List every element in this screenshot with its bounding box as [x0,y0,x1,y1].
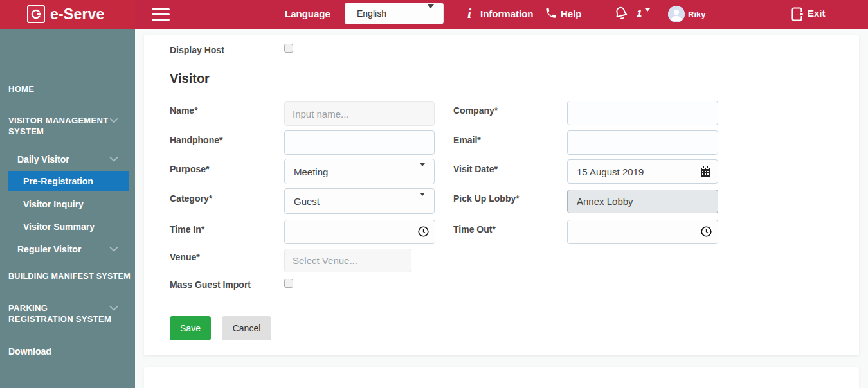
visit-date-label: Visit Date* [453,164,498,174]
chevron-down-icon [420,196,425,207]
user-avatar[interactable] [668,6,685,22]
sidebar-item-visitor-management-system[interactable]: VISITOR MANAGEMENT SYSTEM [8,115,113,137]
category-select[interactable]: Guest [284,188,435,214]
sidebar-item-daily-visitor[interactable]: Daily Visitor [17,154,69,164]
display-host-checkbox[interactable] [284,44,293,53]
category-select-value: Guest [294,196,320,207]
venue-label: Venue* [170,252,200,262]
name-label: Name* [170,105,198,116]
exit-icon[interactable] [790,6,806,25]
company-input[interactable] [567,101,718,125]
email-input[interactable] [567,130,718,155]
main-content: Display Host Visitor Name* Company* Hand… [135,29,868,388]
pickup-lobby-value: Annex Lobby [577,196,633,207]
chevron-down-icon [109,305,118,311]
brand-area[interactable]: e-Serve [0,0,135,29]
sidebar-item-pre-registration[interactable]: Pre-Registration [8,171,129,191]
handphone-label: Handphone* [170,135,222,145]
display-host-label: Display Host [170,45,224,55]
chevron-down-icon [109,246,118,252]
app-root: e-Serve Language English i Information H… [0,0,868,388]
sidebar-item-building-manifest-system[interactable]: BUILDING MANIFEST SYSTEM [8,271,134,282]
category-label: Category* [170,193,212,204]
sidebar-item-home[interactable]: HOME [8,84,113,94]
notification-bell-icon[interactable] [612,4,630,25]
venue-input[interactable] [284,249,411,272]
mass-guest-import-label: Mass Guest Import [170,279,251,290]
visitor-section-title: Visitor [170,71,210,86]
time-out-field [567,220,718,244]
pre-registration-form-card: Display Host Visitor Name* Company* Hand… [144,35,859,355]
time-in-label: Time In* [170,224,204,234]
brand-title: e-Serve [50,6,105,23]
purpose-select[interactable]: Meeting [284,159,435,184]
handphone-input[interactable] [284,130,435,155]
clock-icon[interactable] [701,226,712,240]
chevron-down-icon [420,166,425,177]
time-out-input[interactable] [567,220,718,244]
notification-count-badge[interactable]: 1 [637,8,642,19]
save-button[interactable]: Save [170,316,211,340]
clock-icon[interactable] [418,226,429,240]
sidebar-item-parking-registration-system[interactable]: PARKING REGISTRATION SYSTEM [8,303,113,324]
language-label: Language [285,8,330,19]
company-label: Company* [453,105,498,116]
information-icon[interactable]: i [467,5,471,22]
calendar-icon[interactable] [700,166,710,177]
chevron-down-icon [428,8,434,19]
menu-toggle-icon[interactable] [152,8,170,21]
notification-chevron-down-icon[interactable] [645,12,650,23]
name-input[interactable] [284,101,435,126]
time-out-label: Time Out* [453,224,496,234]
person-icon [668,6,685,22]
sidebar-item-visitor-summary[interactable]: Visitor Summary [23,222,95,232]
purpose-label: Purpose* [170,164,209,174]
visit-date-input[interactable]: 15 August 2019 [567,159,718,184]
sidebar-item-visitor-inquiry[interactable]: Visitor Inquiry [23,199,84,209]
sidebar-item-label: Pre-Registration [23,176,93,186]
top-navbar: e-Serve Language English i Information H… [0,0,868,29]
visit-date-value: 15 August 2019 [577,166,644,177]
purpose-select-value: Meeting [294,166,328,177]
next-card-edge [144,367,859,388]
mass-guest-import-checkbox[interactable] [284,279,293,288]
sidebar-item-reguler-visitor[interactable]: Reguler Visitor [17,244,81,254]
pickup-lobby-input: Annex Lobby [567,190,718,213]
chevron-down-icon [109,118,118,123]
email-label: Email* [453,135,481,145]
information-link[interactable]: Information [480,8,534,19]
cancel-button[interactable]: Cancel [222,316,271,340]
sidebar-nav: HOME VISITOR MANAGEMENT SYSTEM Daily Vis… [0,29,135,388]
user-name[interactable]: Riky [688,10,705,19]
exit-link[interactable]: Exit [808,8,826,19]
language-dropdown-value: English [357,8,386,19]
time-in-input[interactable] [284,220,435,244]
eserve-logo-icon [27,5,45,23]
chevron-down-icon [109,156,118,162]
help-link[interactable]: Help [561,8,582,19]
sidebar-item-download[interactable]: Download [8,346,113,357]
time-in-field [284,220,435,244]
language-dropdown[interactable]: English [345,3,444,24]
logo-arrow-icon [30,8,42,20]
pickup-lobby-label: Pick Up Lobby* [453,193,520,204]
help-phone-icon[interactable] [545,7,557,22]
